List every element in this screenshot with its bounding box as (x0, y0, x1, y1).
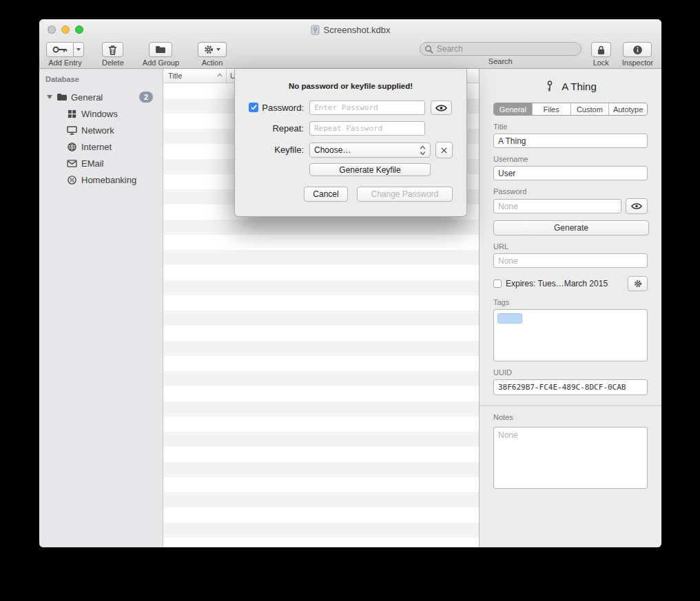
column-header-title[interactable]: Title (163, 69, 226, 83)
sidebar-item-label: Network (81, 125, 114, 136)
sidebar-item-windows[interactable]: Windows (39, 105, 163, 122)
username-field[interactable] (493, 166, 648, 180)
password-checkbox[interactable] (249, 103, 258, 112)
title-bar: Screenshot.kdbx (39, 19, 661, 40)
url-field[interactable] (493, 253, 648, 268)
coin-icon (66, 175, 78, 184)
inspector-button[interactable] (623, 42, 652, 57)
generate-keyfile-button[interactable]: Generate Keyfile (309, 163, 431, 176)
action-button[interactable] (198, 42, 227, 57)
toolbar-item-add-entry: Add Entry (46, 42, 84, 67)
toolbar-label: Delete (102, 59, 124, 67)
folder-add-icon (155, 45, 166, 54)
uuid-label: UUID (493, 368, 648, 377)
chevron-down-icon (76, 48, 81, 51)
add-entry-button[interactable] (46, 42, 74, 57)
sidebar-item-general[interactable]: General 2 (39, 89, 163, 105)
sidebar-item-label: General (71, 92, 103, 103)
clear-keyfile-button[interactable] (435, 142, 453, 158)
inspector-panel: A Thing General Files Custom Autotype Ti… (479, 69, 661, 547)
repeat-label: Repeat: (260, 123, 304, 134)
lock-button[interactable] (591, 42, 611, 57)
sheet-message: No password or keyfile supplied! (235, 82, 466, 90)
tab-label: Autotype (613, 105, 643, 114)
disclosure-triangle-icon[interactable] (45, 95, 54, 99)
username-field-label: Username (493, 155, 648, 163)
expires-checkbox[interactable] (493, 280, 502, 288)
toolbar-label: Inspector (622, 59, 653, 67)
toolbar-item-inspector: Inspector (622, 42, 653, 67)
expires-options-button[interactable] (628, 276, 648, 291)
uuid-field[interactable] (493, 379, 648, 395)
check-icon (251, 105, 257, 110)
keyfile-popup-value: Choose… (314, 145, 351, 155)
change-password-sheet: No password or keyfile supplied! Passwor… (234, 69, 467, 217)
window-title-text: Screenshot.kdbx (324, 25, 391, 35)
add-group-button[interactable] (149, 42, 172, 57)
stepper-icon (420, 145, 426, 156)
password-field[interactable] (493, 199, 621, 213)
close-button[interactable] (48, 25, 56, 34)
keyfile-popup[interactable]: Choose… (309, 143, 431, 158)
sidebar-section-header: Database (39, 75, 163, 89)
toolbar-item-lock: Lock (591, 42, 611, 67)
inspector-header: A Thing (493, 77, 648, 95)
toolbar-item-search: Search (420, 42, 581, 65)
url-field-label: URL (493, 242, 648, 251)
key-icon (52, 45, 68, 54)
traffic-lights (48, 25, 83, 34)
key-icon (541, 81, 559, 92)
sort-asc-icon (217, 72, 223, 78)
tab-autotype[interactable]: Autotype (608, 103, 647, 115)
tab-files[interactable]: Files (532, 103, 570, 115)
minimize-button[interactable] (61, 25, 70, 34)
toolbar: Add Entry Delete Add Group (39, 40, 661, 68)
title-field-label: Title (493, 123, 648, 131)
password-input[interactable] (309, 101, 425, 115)
gear-icon (634, 280, 642, 288)
search-input[interactable] (420, 42, 581, 56)
tab-label: General (500, 105, 526, 114)
tags-field[interactable] (493, 309, 648, 361)
reveal-password-button[interactable] (431, 101, 452, 115)
tab-general[interactable]: General (494, 103, 532, 115)
change-password-button[interactable]: Change Password (357, 187, 453, 202)
zoom-button[interactable] (75, 25, 83, 34)
sidebar-item-internet[interactable]: Internet (39, 138, 163, 155)
delete-button[interactable] (102, 42, 123, 57)
sidebar-item-network[interactable]: Network (39, 122, 163, 138)
sidebar-item-label: Windows (81, 109, 118, 119)
keyfile-label: Keyfile: (260, 145, 304, 155)
document-icon (311, 25, 320, 35)
add-entry-dropdown-button[interactable] (74, 42, 84, 57)
tab-custom[interactable]: Custom (570, 103, 609, 115)
windows-icon (66, 109, 78, 118)
close-icon (440, 147, 448, 154)
inspector-divider (480, 405, 661, 406)
search-icon (424, 45, 433, 54)
sidebar-item-homebanking[interactable]: Homebanking (39, 171, 163, 188)
repeat-input[interactable] (309, 121, 425, 136)
reveal-password-button[interactable] (626, 198, 648, 214)
toolbar-label: Add Entry (48, 59, 81, 67)
toolbar-item-add-group: Add Group (143, 42, 179, 67)
inspector-tabs: General Files Custom Autotype (493, 103, 648, 116)
notes-field[interactable] (493, 427, 648, 489)
info-icon (632, 45, 643, 55)
password-label: Password: (260, 103, 304, 113)
sidebar-item-label: Homebanking (81, 175, 136, 185)
generate-password-button[interactable]: Generate (493, 220, 649, 235)
title-field[interactable] (493, 134, 648, 148)
sidebar: Database General 2 Windows Network (39, 69, 163, 547)
trash-icon (108, 45, 117, 55)
count-badge: 2 (139, 92, 153, 103)
tag-chip[interactable] (497, 313, 522, 324)
sidebar-item-email[interactable]: EMail (39, 155, 163, 171)
notes-label: Notes (493, 413, 648, 421)
cancel-button[interactable]: Cancel (304, 187, 348, 202)
toolbar-item-delete: Delete (102, 42, 124, 67)
globe-icon (66, 142, 78, 151)
password-field-label: Password (493, 187, 648, 196)
expires-row: Expires: Tues…March 2015 (493, 276, 648, 291)
toolbar-label: Search (488, 57, 513, 65)
